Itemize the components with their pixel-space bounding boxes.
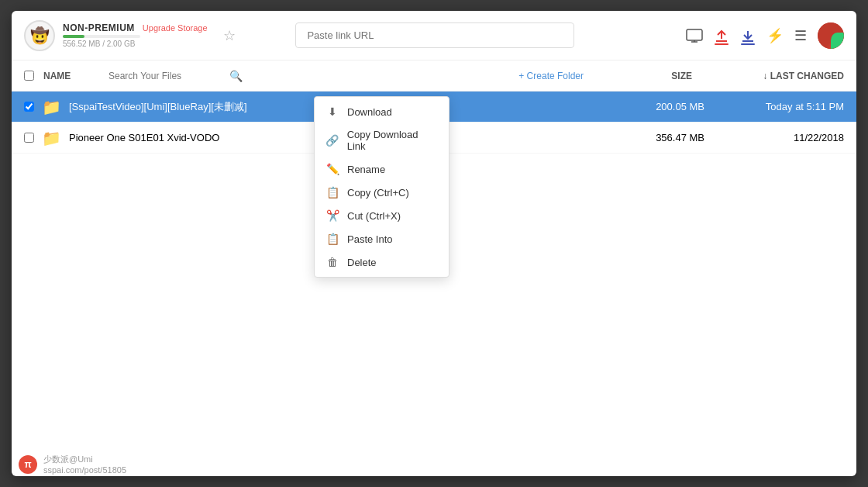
account-tier-label: NON-PREMIUM <box>63 22 135 33</box>
cut-menu-icon: ✂️ <box>326 209 339 222</box>
file-size: 200.05 MB <box>596 101 704 112</box>
row-checkbox[interactable] <box>24 102 34 112</box>
pi-badge: π <box>19 455 37 474</box>
file-changed: Today at 5:11 PM <box>704 101 844 112</box>
toolbar-right: + Create Folder SIZE ↓ LAST CHANGED <box>518 71 844 81</box>
context-menu: ⬇ Download 🔗 Copy Download Link ✏️ Renam… <box>314 96 450 278</box>
context-menu-cut[interactable]: ✂️ Cut (Ctrl+X) <box>315 204 449 227</box>
upload-button[interactable] <box>714 28 729 43</box>
footer-info: 少数派@Umi sspai.com/post/51805 <box>43 454 126 475</box>
footer-username: 少数派@Umi <box>43 454 126 465</box>
delete-menu-icon: 🗑 <box>326 256 339 268</box>
context-menu-rename[interactable]: ✏️ Rename <box>315 157 449 181</box>
file-size: 356.47 MB <box>596 132 704 143</box>
context-menu-paste-into[interactable]: 📋 Paste Into <box>315 227 449 250</box>
folder-icon: 📁 <box>42 129 61 147</box>
col-changed-header: ↓ LAST CHANGED <box>704 71 844 81</box>
download-menu-icon: ⬇ <box>326 105 339 118</box>
logo-icon: 🤠 <box>24 20 55 51</box>
header: 🤠 NON-PREMIUM Upgrade Storage 556.52 MB … <box>12 11 856 60</box>
storage-bar <box>63 35 140 38</box>
paste-menu-icon: 📋 <box>326 233 339 245</box>
avatar-button[interactable] <box>818 22 844 49</box>
copy-menu-icon: 📋 <box>326 186 339 199</box>
logo-area: 🤠 NON-PREMIUM Upgrade Storage 556.52 MB … <box>24 20 208 51</box>
context-menu-copy-link-label: Copy Download Link <box>347 129 438 152</box>
context-menu-cut-label: Cut (Ctrl+X) <box>347 210 401 222</box>
folder-icon: 📁 <box>42 98 61 116</box>
storage-text: 556.52 MB / 2.00 GB <box>63 40 208 48</box>
context-menu-copy[interactable]: 📋 Copy (Ctrl+C) <box>315 181 449 204</box>
context-menu-download-label: Download <box>347 106 392 118</box>
logo-emoji: 🤠 <box>30 26 50 45</box>
header-actions: ⚡ ☰ <box>686 22 844 49</box>
footer-url: sspai.com/post/51805 <box>43 465 126 475</box>
upgrade-storage-link[interactable]: Upgrade Storage <box>143 23 208 33</box>
screen-cast-button[interactable] <box>686 29 703 43</box>
row-checkbox[interactable] <box>24 133 34 143</box>
storage-used: 556.52 MB <box>63 40 100 48</box>
storage-total: 2.00 GB <box>107 40 136 48</box>
col-name-header: NAME <box>43 71 105 81</box>
select-all-checkbox[interactable] <box>24 71 34 81</box>
col-size-header: SIZE <box>584 71 692 81</box>
file-changed: 11/22/2018 <box>704 132 844 143</box>
lightning-button[interactable]: ⚡ <box>766 27 784 44</box>
account-info: NON-PREMIUM Upgrade Storage 556.52 MB / … <box>63 22 208 48</box>
context-menu-paste-label: Paste Into <box>347 233 393 245</box>
context-menu-delete[interactable]: 🗑 Delete <box>315 250 449 274</box>
context-menu-delete-label: Delete <box>347 257 377 268</box>
search-files-input[interactable] <box>105 69 229 83</box>
search-bar <box>295 22 574 48</box>
bookmark-button[interactable]: ☆ <box>223 27 236 44</box>
menu-button[interactable]: ☰ <box>794 27 807 44</box>
rename-menu-icon: ✏️ <box>326 163 339 175</box>
footer-watermark: π 少数派@Umi sspai.com/post/51805 <box>19 454 126 475</box>
context-menu-copy-link[interactable]: 🔗 Copy Download Link <box>315 123 449 157</box>
avatar-image <box>818 22 844 49</box>
download-button[interactable] <box>740 28 756 43</box>
context-menu-rename-label: Rename <box>347 164 385 175</box>
search-files-button[interactable]: 🔍 <box>229 70 243 82</box>
storage-bar-fill <box>63 35 84 38</box>
link-menu-icon: 🔗 <box>326 134 339 147</box>
svg-rect-0 <box>687 29 702 40</box>
paste-link-input[interactable] <box>295 22 574 48</box>
create-folder-button[interactable]: + Create Folder <box>518 71 584 81</box>
context-menu-download[interactable]: ⬇ Download <box>315 100 449 123</box>
context-menu-copy-label: Copy (Ctrl+C) <box>347 187 409 199</box>
file-list: 📁 [SspaiTestVideo][Umi][BlueRay][未删减] 20… <box>12 92 856 476</box>
file-list-toolbar: NAME 🔍 + Create Folder SIZE ↓ LAST CHANG… <box>12 60 856 92</box>
